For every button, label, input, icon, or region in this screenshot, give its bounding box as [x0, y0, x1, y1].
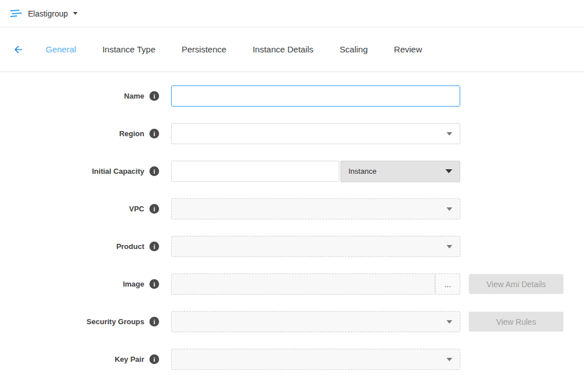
- capacity-unit-select[interactable]: Instance: [340, 161, 460, 182]
- security-groups-select: [171, 311, 460, 332]
- region-caret-icon: [447, 132, 452, 136]
- name-info-icon[interactable]: i: [149, 91, 159, 101]
- vpc-info-icon[interactable]: i: [149, 204, 159, 214]
- form-row-product: Product i: [0, 236, 584, 257]
- image-info-icon[interactable]: i: [149, 279, 159, 289]
- initial-capacity-input[interactable]: [171, 161, 339, 182]
- tab-persistence[interactable]: Persistence: [182, 44, 226, 54]
- back-button[interactable]: [13, 44, 24, 55]
- product-caret-icon: [447, 245, 452, 248]
- vpc-label: VPC: [129, 205, 144, 213]
- product-label: Product: [116, 242, 144, 251]
- name-input[interactable]: [171, 85, 460, 107]
- wizard-tabbar: General Instance Type Persistence Instan…: [0, 27, 584, 72]
- key-pair-select: [171, 349, 460, 370]
- image-input: [171, 273, 435, 295]
- image-label: Image: [123, 280, 144, 288]
- arrow-back-icon: [13, 44, 24, 55]
- tab-scaling[interactable]: Scaling: [340, 44, 368, 54]
- image-browse-button[interactable]: ...: [435, 273, 460, 295]
- brand-menu[interactable]: Elastigroup: [9, 9, 78, 19]
- form-row-initial-capacity: Initial Capacity i Instance: [0, 161, 584, 182]
- view-ami-details-button[interactable]: View Ami Details: [469, 274, 563, 294]
- tab-general[interactable]: General: [46, 44, 76, 54]
- security-groups-label: Security Groups: [87, 317, 144, 326]
- capacity-unit-value: Instance: [348, 167, 376, 175]
- brand-caret-icon: [73, 12, 78, 15]
- brand-label: Elastigroup: [28, 9, 68, 18]
- product-select: [171, 236, 460, 257]
- vpc-caret-icon: [447, 207, 452, 211]
- vpc-select: [171, 198, 460, 219]
- product-info-icon[interactable]: i: [149, 242, 159, 251]
- topbar: Elastigroup: [0, 0, 584, 27]
- general-form: Name i Region i Initial Capacity i Inst: [0, 72, 584, 370]
- elastigroup-logo-icon: [9, 9, 23, 19]
- capacity-unit-caret-icon: [445, 169, 452, 173]
- key-pair-caret-icon: [447, 358, 452, 361]
- key-pair-label: Key Pair: [115, 355, 144, 364]
- form-row-image: Image i ... View Ami Details: [0, 273, 584, 295]
- name-label: Name: [124, 92, 144, 100]
- region-info-icon[interactable]: i: [149, 129, 159, 138]
- form-row-key-pair: Key Pair i: [0, 349, 584, 370]
- security-groups-info-icon[interactable]: i: [149, 317, 159, 326]
- form-row-vpc: VPC i: [0, 198, 584, 219]
- initial-capacity-label: Initial Capacity: [92, 167, 144, 175]
- initial-capacity-info-icon[interactable]: i: [149, 166, 159, 176]
- key-pair-info-icon[interactable]: i: [149, 354, 159, 364]
- tab-instance-details[interactable]: Instance Details: [253, 44, 314, 54]
- form-row-name: Name i: [0, 85, 584, 107]
- form-row-security-groups: Security Groups i View Rules: [0, 311, 584, 332]
- security-groups-caret-icon: [447, 320, 452, 324]
- tab-instance-type[interactable]: Instance Type: [102, 44, 155, 54]
- region-select[interactable]: [171, 123, 460, 144]
- wizard-tabs: General Instance Type Persistence Instan…: [46, 44, 448, 54]
- tab-review[interactable]: Review: [394, 44, 422, 54]
- view-rules-button[interactable]: View Rules: [469, 312, 563, 332]
- form-row-region: Region i: [0, 123, 584, 144]
- region-label: Region: [119, 129, 144, 138]
